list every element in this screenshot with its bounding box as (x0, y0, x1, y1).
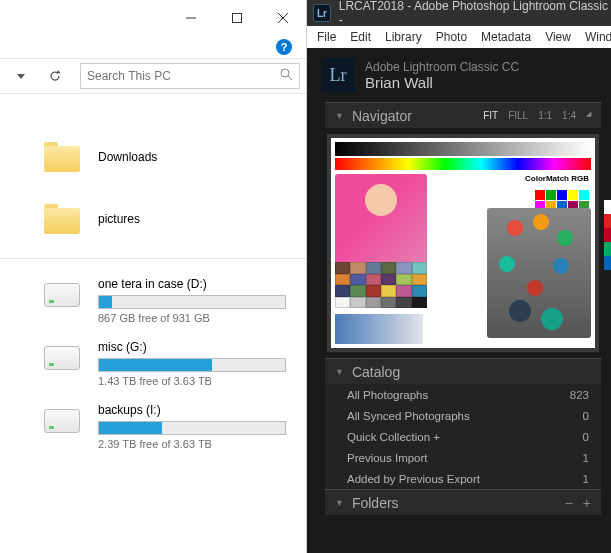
folder-icon (44, 204, 80, 234)
catalog-row-label: Added by Previous Export (347, 473, 480, 485)
folder-name: pictures (98, 212, 140, 226)
lightroom-menubar: FileEditLibraryPhotoMetadataViewWindo (307, 26, 611, 48)
catalog-row[interactable]: Quick Collection + 0 (325, 426, 601, 447)
drive-item[interactable]: one tera in case (D:) 867 GB free of 931… (0, 277, 306, 324)
drive-icon (44, 283, 80, 307)
svg-marker-4 (17, 74, 25, 79)
catalog-row[interactable]: All Synced Photographs 0 (325, 405, 601, 426)
drive-free-text: 2.39 TB free of 3.63 TB (98, 438, 286, 450)
menu-item[interactable]: File (317, 30, 336, 44)
catalog-row-label: Previous Import (347, 452, 428, 464)
drive-usage-bar (98, 421, 286, 435)
zoom-option[interactable]: 1:4 (562, 110, 576, 121)
left-panels: ▼ Navigator FITFILL1:11:4◢ ColorMatch RG… (307, 102, 611, 553)
menu-item[interactable]: Windo (585, 30, 611, 44)
drive-free-text: 867 GB free of 931 GB (98, 312, 286, 324)
lightroom-titlebar: Lr LRCAT2018 - Adobe Photoshop Lightroom… (307, 0, 611, 26)
help-icon[interactable]: ? (276, 39, 292, 55)
folders-panel-header[interactable]: ▼ Folders − + (325, 489, 601, 515)
lightroom-logo-icon: Lr (313, 4, 331, 22)
folders-title: Folders (352, 495, 565, 511)
refresh-button[interactable] (40, 63, 70, 89)
grayscale-ramp (335, 142, 591, 156)
zoom-controls: FITFILL1:11:4◢ (483, 110, 591, 121)
svg-rect-1 (233, 14, 242, 23)
explorer-toolbar (0, 58, 306, 94)
folder-item[interactable]: pictures (0, 196, 306, 242)
collapse-icon: ▼ (335, 367, 344, 377)
color-strip-edge (604, 200, 611, 270)
collapse-icon: ▼ (335, 111, 344, 121)
drive-usage-bar (98, 358, 286, 372)
hand-balls-photo (487, 208, 591, 338)
catalog-panel-header[interactable]: ▼ Catalog (325, 358, 601, 384)
menu-item[interactable]: Edit (350, 30, 371, 44)
svg-line-7 (288, 76, 292, 80)
drive-icon (44, 409, 80, 433)
search-input[interactable] (87, 69, 280, 83)
close-button[interactable] (260, 3, 306, 33)
zoom-option[interactable]: 1:1 (538, 110, 552, 121)
user-name: Brian Wall (365, 74, 519, 91)
color-ramp (335, 158, 591, 170)
catalog-row[interactable]: Previous Import 1 (325, 447, 601, 468)
navigator-title: Navigator (352, 108, 483, 124)
folder-item[interactable]: Downloads (0, 134, 306, 180)
drive-item[interactable]: misc (G:) 1.43 TB free of 3.63 TB (0, 340, 306, 387)
lightroom-title-text: LRCAT2018 - Adobe Photoshop Lightroom Cl… (339, 0, 611, 27)
navigator-panel-header[interactable]: ▼ Navigator FITFILL1:11:4◢ (325, 102, 601, 128)
catalog-row[interactable]: All Photographs 823 (325, 384, 601, 405)
drive-icon (44, 346, 80, 370)
zoom-dropdown-icon[interactable]: ◢ (586, 110, 591, 121)
explorer-content: Downloads pictures one tera in case (D:)… (0, 94, 306, 553)
catalog-row-count: 0 (583, 410, 589, 422)
maximize-button[interactable] (214, 3, 260, 33)
collapse-icon: ▼ (335, 498, 344, 508)
catalog-row-count: 823 (570, 389, 589, 401)
catalog-row[interactable]: Added by Previous Export 1 (325, 468, 601, 489)
menu-item[interactable]: View (545, 30, 571, 44)
product-name: Adobe Lightroom Classic CC (365, 60, 519, 74)
catalog-row-label: Quick Collection + (347, 431, 440, 443)
search-box[interactable] (80, 63, 300, 89)
window-titlebar (0, 0, 306, 36)
drive-free-text: 1.43 TB free of 3.63 TB (98, 375, 286, 387)
menu-item[interactable]: Photo (436, 30, 467, 44)
catalog-row-label: All Photographs (347, 389, 428, 401)
catalog-title: Catalog (352, 364, 591, 380)
svg-marker-5 (57, 70, 61, 74)
lightroom-biglogo-icon: Lr (321, 58, 355, 92)
folder-name: Downloads (98, 150, 157, 164)
catalog-row-count: 1 (583, 452, 589, 464)
search-icon[interactable] (280, 67, 293, 85)
bottom-strip (335, 314, 423, 344)
drives-section: one tera in case (D:) 867 GB free of 931… (0, 258, 306, 450)
catalog-row-count: 0 (583, 431, 589, 443)
lightroom-window: Lr LRCAT2018 - Adobe Photoshop Lightroom… (307, 0, 611, 553)
menu-item[interactable]: Library (385, 30, 422, 44)
drive-name: backups (I:) (98, 403, 286, 417)
dropdown-button[interactable] (6, 63, 36, 89)
drive-name: misc (G:) (98, 340, 286, 354)
svg-point-6 (281, 69, 289, 77)
drive-item[interactable]: backups (I:) 2.39 TB free of 3.63 TB (0, 403, 306, 450)
color-swatch-grid (335, 262, 427, 308)
folder-icon (44, 142, 80, 172)
drive-name: one tera in case (D:) (98, 277, 286, 291)
zoom-option[interactable]: FIT (483, 110, 498, 121)
drive-usage-bar (98, 295, 286, 309)
navigator-thumbnail[interactable]: ColorMatch RGB (327, 134, 599, 352)
minimize-button[interactable] (168, 3, 214, 33)
catalog-row-label: All Synced Photographs (347, 410, 470, 422)
zoom-option[interactable]: FILL (508, 110, 528, 121)
catalog-list: All Photographs 823 All Synced Photograp… (325, 384, 601, 489)
file-explorer-window: ? Downloads pictures one tera in case (D… (0, 0, 307, 553)
add-folder-button[interactable]: + (583, 495, 591, 511)
colormatch-label: ColorMatch RGB (525, 174, 589, 183)
catalog-row-count: 1 (583, 473, 589, 485)
folders-list: Downloads pictures (0, 134, 306, 242)
menu-item[interactable]: Metadata (481, 30, 531, 44)
help-row: ? (0, 36, 306, 58)
lightroom-header: Lr Adobe Lightroom Classic CC Brian Wall (307, 48, 611, 102)
remove-folder-button[interactable]: − (565, 495, 573, 511)
